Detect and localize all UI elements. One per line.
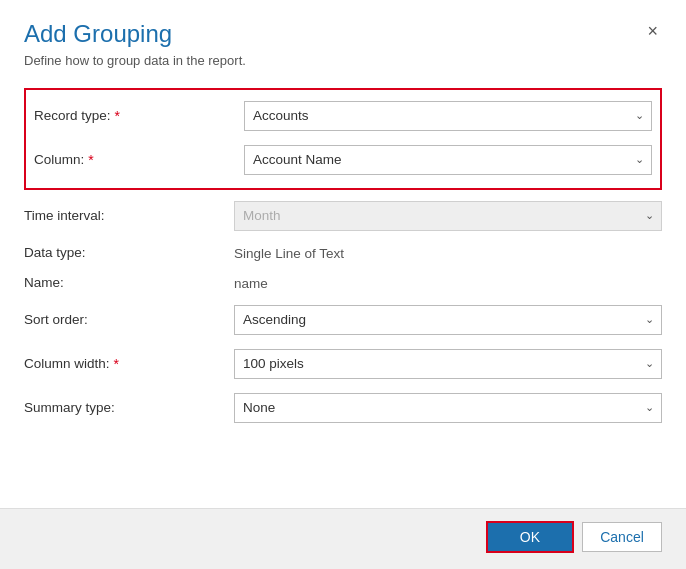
summary-type-control: None Count Sum Average Min Max ⌄ [234, 393, 662, 423]
dialog-header: Add Grouping Define how to group data in… [0, 0, 686, 68]
sort-order-row: Sort order: Ascending Descending ⌄ [24, 298, 662, 342]
dialog-body: Record type: * Accounts Contacts Leads O… [0, 68, 686, 508]
column-width-select-wrapper: 100 pixels 150 pixels 200 pixels 250 pix… [234, 349, 662, 379]
summary-type-label: Summary type: [24, 400, 234, 415]
record-type-select-wrapper: Accounts Contacts Leads Opportunities ⌄ [244, 101, 652, 131]
time-interval-select-wrapper: Month Year Quarter Week ⌄ [234, 201, 662, 231]
data-type-value: Single Line of Text [234, 245, 662, 261]
sort-order-select-wrapper: Ascending Descending ⌄ [234, 305, 662, 335]
time-interval-row: Time interval: Month Year Quarter Week ⌄ [24, 194, 662, 238]
column-label: Column: * [34, 152, 244, 168]
summary-type-select[interactable]: None Count Sum Average Min Max [234, 393, 662, 423]
column-select[interactable]: Account Name Account Number City State [244, 145, 652, 175]
record-type-control: Accounts Contacts Leads Opportunities ⌄ [244, 101, 652, 131]
sort-order-select[interactable]: Ascending Descending [234, 305, 662, 335]
column-row: Column: * Account Name Account Number Ci… [34, 138, 652, 182]
add-grouping-dialog: Add Grouping Define how to group data in… [0, 0, 686, 569]
record-type-required: * [115, 108, 120, 124]
record-type-row: Record type: * Accounts Contacts Leads O… [34, 94, 652, 138]
column-width-select[interactable]: 100 pixels 150 pixels 200 pixels 250 pix… [234, 349, 662, 379]
time-interval-control: Month Year Quarter Week ⌄ [234, 201, 662, 231]
column-select-wrapper: Account Name Account Number City State ⌄ [244, 145, 652, 175]
name-value: name [234, 275, 662, 291]
cancel-button[interactable]: Cancel [582, 522, 662, 552]
column-required: * [88, 152, 93, 168]
column-width-required: * [114, 356, 119, 372]
close-button[interactable]: × [643, 22, 662, 40]
data-type-row: Data type: Single Line of Text [24, 238, 662, 268]
dialog-title-block: Add Grouping Define how to group data in… [24, 20, 246, 68]
record-type-select[interactable]: Accounts Contacts Leads Opportunities [244, 101, 652, 131]
column-control: Account Name Account Number City State ⌄ [244, 145, 652, 175]
column-width-control: 100 pixels 150 pixels 200 pixels 250 pix… [234, 349, 662, 379]
summary-type-select-wrapper: None Count Sum Average Min Max ⌄ [234, 393, 662, 423]
data-type-label: Data type: [24, 245, 234, 260]
time-interval-label: Time interval: [24, 208, 234, 223]
column-width-row: Column width: * 100 pixels 150 pixels 20… [24, 342, 662, 386]
name-row: Name: name [24, 268, 662, 298]
sort-order-control: Ascending Descending ⌄ [234, 305, 662, 335]
column-width-label: Column width: * [24, 356, 234, 372]
summary-type-row: Summary type: None Count Sum Average Min… [24, 386, 662, 430]
record-type-label: Record type: * [34, 108, 244, 124]
dialog-subtitle: Define how to group data in the report. [24, 53, 246, 68]
sort-order-label: Sort order: [24, 312, 234, 327]
ok-button[interactable]: OK [486, 521, 574, 553]
name-label: Name: [24, 275, 234, 290]
required-fields-group: Record type: * Accounts Contacts Leads O… [24, 88, 662, 190]
dialog-title: Add Grouping [24, 20, 246, 49]
dialog-footer: OK Cancel [0, 508, 686, 569]
time-interval-select[interactable]: Month Year Quarter Week [234, 201, 662, 231]
